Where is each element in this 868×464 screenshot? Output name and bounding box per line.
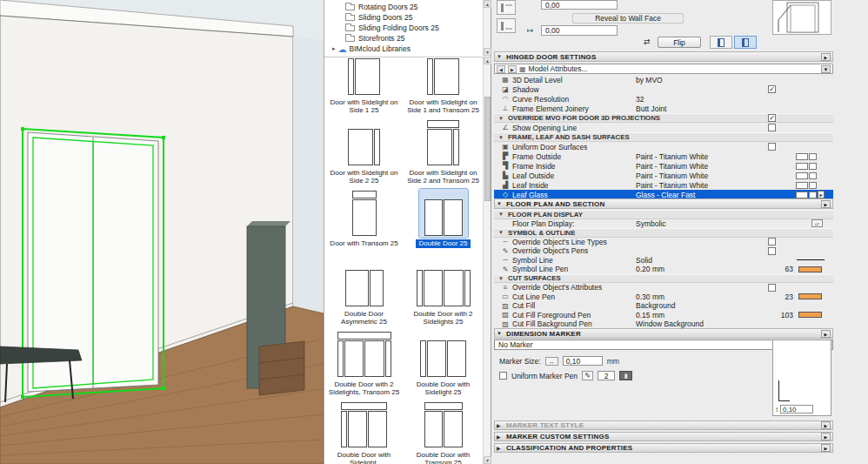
row-frame-inside[interactable]: ▜Frame InsidePaint - Titanium White — [494, 161, 833, 171]
marker-size-field[interactable]: 0,10 — [563, 356, 603, 366]
row-cut-line-pen[interactable]: ▭Cut Line Pen0.30 mm23 — [494, 293, 833, 302]
section-header-marker-text-style[interactable]: ▶MARKER TEXT STYLE▶ — [494, 420, 833, 430]
anchor-wall-face-outside-icon[interactable] — [497, 0, 516, 15]
row-cut-fill-background-pen[interactable]: ▨Cut Fill Background PenWindow Backgroun… — [494, 319, 833, 329]
anchor-wall-face-inside-icon[interactable] — [497, 18, 516, 33]
row-cut-fill[interactable]: ▨Cut FillBackground — [494, 301, 833, 311]
surface-swatch[interactable] — [796, 172, 808, 179]
surface-swatch[interactable] — [796, 182, 808, 189]
scrollbar-thumb[interactable] — [484, 97, 491, 201]
surface-swatch[interactable] — [796, 163, 808, 170]
section-nav-arrow[interactable]: ▶ — [821, 433, 831, 440]
prev-page-icon[interactable]: ◀ — [497, 65, 505, 73]
surface-swatches[interactable] — [796, 163, 817, 170]
surface-swatches[interactable] — [796, 182, 817, 189]
scroll-up-icon[interactable]: ▲ — [484, 57, 491, 64]
surface-swatches[interactable]: ▸ — [796, 191, 825, 198]
uniform-marker-pen-checkbox[interactable] — [499, 372, 507, 380]
door-library-item[interactable]: Door with Sidelight on Side 2 and Transo… — [404, 116, 483, 186]
row-override-line-types[interactable]: ┄Override Object's Line Types — [494, 238, 833, 247]
surface-swatch-small[interactable] — [809, 172, 817, 179]
subheader-floor-plan-display[interactable]: ▼FLOOR PLAN DISPLAY — [494, 210, 833, 219]
subheader-symbol-outline[interactable]: ▼SYMBOL & OUTLINE — [494, 228, 833, 238]
marker-preview-size-field[interactable]: 0,10 — [780, 405, 813, 414]
tree-item[interactable]: Storefronts 25 — [324, 33, 483, 44]
row-curve-resolution[interactable]: ◠Curve Resolution32 — [494, 94, 833, 104]
scroll-up-icon[interactable]: ▲ — [484, 0, 491, 8]
grid-scrollbar[interactable]: ▲ ▼ — [483, 57, 491, 464]
checkbox[interactable] — [768, 284, 776, 292]
checkbox[interactable]: ✓ — [768, 114, 776, 122]
subheader-cut-surfaces[interactable]: ▼CUT SURFACES — [494, 274, 833, 284]
row-symbol-line[interactable]: ─Symbol LineSolid — [494, 256, 833, 266]
row-shadow[interactable]: ◪Shadow✓ — [494, 84, 833, 94]
section-nav-arrow[interactable]: ▶ — [821, 421, 831, 429]
row-override-attributes[interactable]: ≡Override Object's Attributes — [494, 283, 833, 293]
surface-swatches[interactable] — [796, 172, 817, 179]
surface-swatch[interactable] — [796, 153, 808, 160]
pen-icon[interactable]: ✎ — [582, 371, 593, 380]
door-library-item[interactable]: Double Door with 2 Sidelights 25 — [404, 257, 483, 327]
checkbox[interactable] — [768, 143, 776, 151]
pen-set-toggle[interactable]: ▮ — [619, 371, 632, 380]
row-leaf-outside[interactable]: ▙Leaf OutsidePaint - Titanium White — [494, 171, 833, 180]
pen-color-swatch[interactable] — [798, 266, 822, 272]
model-attributes-dropdown[interactable]: ◀ ▶ ▦ Model Attributes... ▼ — [494, 64, 833, 74]
surface-swatch-small[interactable] — [809, 182, 817, 189]
checkbox[interactable]: ✓ — [768, 85, 776, 93]
section-header-dimension-marker[interactable]: ▼ DIMENSION MARKER ▶ — [494, 328, 833, 339]
section-nav-arrow[interactable]: ▶ — [821, 200, 831, 208]
door-library-item[interactable]: Door with Transom 25 — [324, 186, 404, 257]
section-nav-arrow[interactable]: ▶ — [821, 53, 831, 61]
door-library-item[interactable]: Door with Sidelight on Side 1 25 — [324, 57, 404, 116]
tree-scrollbar[interactable]: ▲ ▼ — [483, 0, 491, 56]
floor-plan-display-mode-icon[interactable]: ▱ — [811, 219, 823, 227]
door-library-item[interactable]: Double Door Asymmetric 25 — [324, 257, 404, 327]
checkbox[interactable] — [768, 247, 776, 255]
scroll-down-icon[interactable]: ▼ — [484, 456, 491, 464]
reveal-to-wall-face-button[interactable]: Reveal to Wall Face — [572, 13, 684, 24]
3d-viewport[interactable] — [0, 0, 324, 464]
door-library-item[interactable]: Double Door with Sidelight 25 — [404, 327, 483, 398]
tree-item[interactable]: Rotating Doors 25 — [324, 2, 483, 12]
section-nav-arrow[interactable]: ▶ — [821, 444, 831, 452]
subheader-override-mvo[interactable]: ▼OVERRIDE MVO FOR DOOR 3D PROJECTIONS✓ — [494, 113, 833, 123]
row-frame-outside[interactable]: ▛Frame OutsidePaint - Titanium White — [494, 151, 833, 161]
section-header-marker-custom-settings[interactable]: ▶MARKER CUSTOM SETTINGS▶ — [494, 432, 833, 441]
marker-pen-field[interactable]: 2 — [598, 371, 615, 380]
line-type-preview[interactable] — [797, 259, 825, 260]
row-cut-fill-foreground-pen[interactable]: ▨Cut Fill Foreground Pen0.15 mm103 — [494, 311, 833, 320]
surface-swatch-small[interactable] — [809, 192, 817, 198]
row-show-opening-line[interactable]: ∠Show Opening Line — [494, 123, 833, 132]
checkbox[interactable] — [768, 238, 776, 245]
mirror-right-button[interactable] — [734, 36, 757, 49]
row-override-pens[interactable]: ✎Override Object's Pens — [494, 246, 833, 256]
next-page-icon[interactable]: ▶ — [508, 65, 517, 73]
section-header-hinged-door-settings[interactable]: ▼ HINGED DOOR SETTINGS ▶ — [494, 51, 833, 62]
offset-field[interactable]: 0,00 — [541, 0, 618, 10]
marker-size-link-icon[interactable]: ↔ — [545, 357, 558, 366]
scroll-down-icon[interactable]: ▼ — [484, 48, 491, 56]
door-library-item[interactable]: Door with Sidelight on Side 1 and Transo… — [404, 57, 483, 116]
door-library-item[interactable]: Double Door with Sidelight, — [324, 398, 404, 464]
tree-item[interactable]: ▸☁BIMcloud Libraries — [324, 44, 483, 54]
chevron-right-icon[interactable]: ▸ — [332, 45, 336, 52]
row-leaf-inside[interactable]: ▟Leaf InsidePaint - Titanium White — [494, 180, 833, 190]
surface-swatches[interactable] — [796, 153, 817, 160]
surface-swatch[interactable] — [796, 192, 808, 198]
row-symbol-line-pen[interactable]: ✎Symbol Line Pen0.20 mm63 — [494, 265, 833, 274]
section-header-classification-and-properties[interactable]: ▶CLASSIFICATION AND PROPERTIES▶ — [494, 443, 833, 453]
surface-popup-arrow[interactable]: ▸ — [818, 191, 825, 198]
door-library-item[interactable]: Double Door 25 — [404, 186, 483, 257]
checkbox[interactable] — [768, 124, 776, 131]
row-3d-detail-level[interactable]: ▦3D Detail Levelby MVO — [494, 75, 833, 84]
chevron-down-icon[interactable]: ▼ — [821, 65, 831, 73]
row-uniform-door-surfaces[interactable]: ▣Uniform Door Surfaces — [494, 142, 833, 151]
mirror-left-button[interactable] — [710, 36, 732, 49]
door-library-item[interactable]: Door with Sidelight on Side 2 25 — [324, 116, 404, 186]
surface-swatch-small[interactable] — [809, 163, 817, 170]
row-floor-plan-display[interactable]: Floor Plan Display:Symbolic▱ — [494, 219, 833, 229]
reveal-depth-field[interactable]: 0,00 — [541, 25, 618, 36]
surface-swatch-small[interactable] — [809, 153, 817, 160]
door-library-item[interactable]: Double Door with 2 Sidelights, Transom 2… — [324, 327, 404, 398]
